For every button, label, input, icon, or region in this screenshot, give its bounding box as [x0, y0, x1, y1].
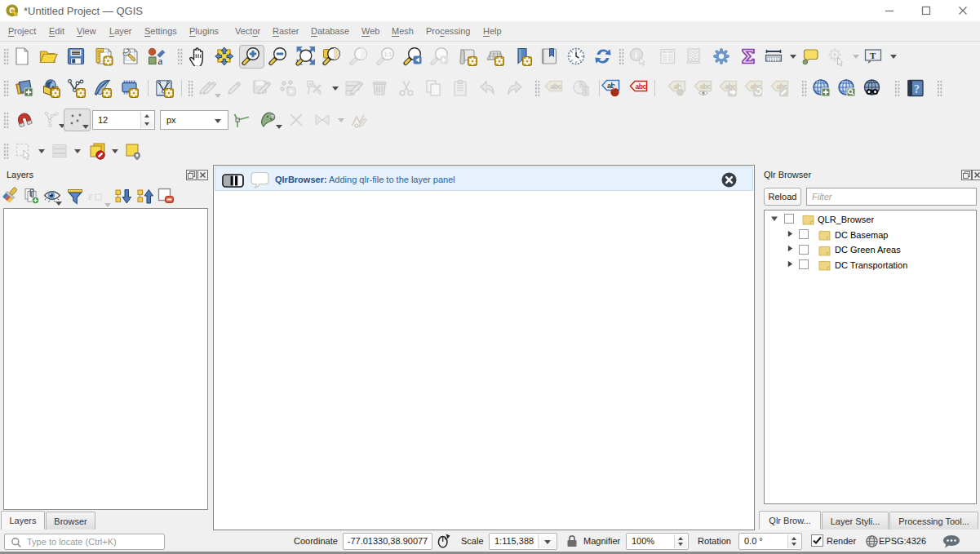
svg-text:ε: ε — [88, 190, 93, 202]
svg-text:1:1: 1:1 — [384, 51, 392, 57]
svg-text:?: ? — [914, 83, 920, 95]
svg-text:abc: abc — [700, 82, 712, 91]
svg-text:a: a — [158, 55, 163, 66]
svg-text:abc: abc — [636, 82, 647, 91]
svg-text:abc: abc — [551, 82, 562, 91]
svg-text:i: i — [635, 51, 637, 60]
svg-text:T: T — [870, 51, 876, 60]
